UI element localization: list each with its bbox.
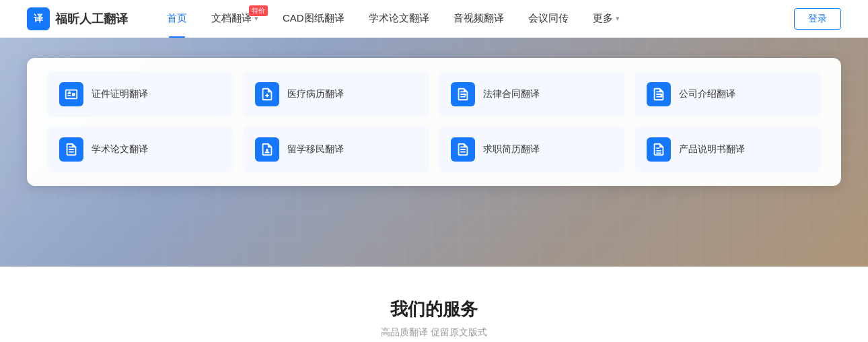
logo-text: 福昕人工翻译: [55, 11, 128, 27]
main-nav: 首页文档翻译特价 ▾CAD图纸翻译学术论文翻译音视频翻译会议同传更多 ▾: [155, 0, 794, 38]
service-card-academic[interactable]: 学术论文翻译: [47, 127, 233, 172]
chevron-icon-6: ▾: [616, 14, 620, 23]
service-name-resume: 求职简历翻译: [483, 143, 540, 156]
nav-badge-1: 特价: [249, 5, 268, 16]
nav-item-1[interactable]: 文档翻译特价 ▾: [199, 0, 270, 38]
service-name-academic: 学术论文翻译: [92, 143, 148, 156]
service-panel: 证件证明翻译医疗病历翻译法律合同翻译公司介绍翻译学术论文翻译留学移民翻译求职简历…: [27, 58, 841, 186]
service-name-company: 公司介绍翻译: [679, 88, 735, 100]
service-card-company[interactable]: 公司介绍翻译: [635, 71, 821, 117]
service-grid: 证件证明翻译医疗病历翻译法律合同翻译公司介绍翻译学术论文翻译留学移民翻译求职简历…: [47, 71, 821, 172]
nav-item-0[interactable]: 首页: [155, 0, 199, 38]
nav-item-6[interactable]: 更多 ▾: [581, 0, 632, 38]
hero-section: 证件证明翻译医疗病历翻译法律合同翻译公司介绍翻译学术论文翻译留学移民翻译求职简历…: [0, 38, 868, 267]
service-card-cert[interactable]: 证件证明翻译: [47, 71, 233, 117]
service-card-medical[interactable]: 医疗病历翻译: [243, 71, 429, 117]
service-icon-company: [647, 82, 671, 106]
logo-area[interactable]: 译 福昕人工翻译: [27, 7, 128, 30]
section-title: 我们的服务: [390, 298, 478, 321]
svg-point-0: [68, 91, 71, 94]
svg-rect-2: [661, 94, 663, 98]
bottom-section: 我们的服务 高品质翻译 促留原文版式: [0, 267, 868, 342]
nav-item-3[interactable]: 学术论文翻译: [357, 0, 441, 38]
service-name-cert: 证件证明翻译: [92, 88, 148, 100]
svg-point-3: [266, 149, 268, 151]
nav-item-4[interactable]: 音视频翻译: [441, 0, 516, 38]
logo-icon: 译: [27, 7, 50, 30]
service-icon-product: [647, 137, 671, 162]
service-icon-legal: [451, 82, 475, 106]
service-icon-resume: [451, 137, 475, 162]
service-name-medical: 医疗病历翻译: [287, 88, 344, 100]
nav-item-5[interactable]: 会议同传: [516, 0, 581, 38]
section-subtitle: 高品质翻译 促留原文版式: [381, 327, 487, 339]
service-card-product[interactable]: 产品说明书翻译: [635, 127, 821, 172]
header: 译 福昕人工翻译 首页文档翻译特价 ▾CAD图纸翻译学术论文翻译音视频翻译会议同…: [0, 0, 868, 38]
service-icon-medical: [255, 82, 279, 106]
service-name-studyabroad: 留学移民翻译: [287, 143, 344, 156]
service-name-product: 产品说明书翻译: [679, 143, 745, 156]
service-card-studyabroad[interactable]: 留学移民翻译: [243, 127, 429, 172]
service-icon-studyabroad: [255, 137, 279, 162]
service-name-legal: 法律合同翻译: [483, 88, 540, 100]
service-card-resume[interactable]: 求职简历翻译: [439, 127, 625, 172]
nav-item-2[interactable]: CAD图纸翻译: [270, 0, 357, 38]
service-icon-cert: [59, 82, 83, 106]
svg-point-1: [464, 94, 466, 96]
login-button[interactable]: 登录: [794, 8, 841, 30]
service-card-legal[interactable]: 法律合同翻译: [439, 71, 625, 117]
service-icon-academic: [59, 137, 83, 162]
